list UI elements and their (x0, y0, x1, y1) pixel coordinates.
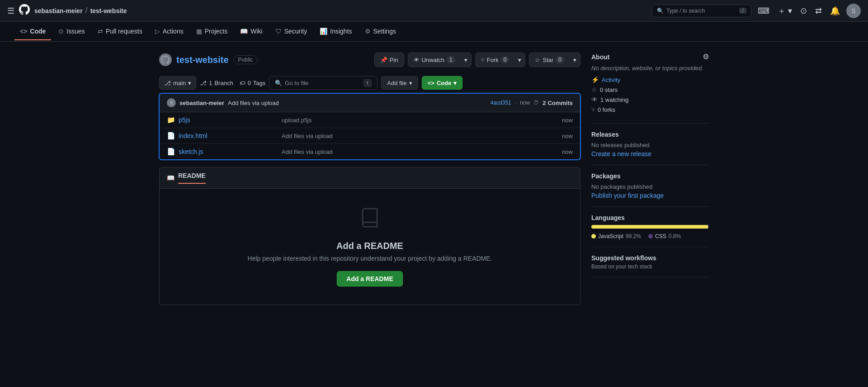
pin-icon: 📌 (380, 57, 387, 63)
fork-button[interactable]: ⑂ Fork 0 (476, 53, 515, 67)
code-icon: <> (20, 28, 27, 35)
tab-pull-requests[interactable]: ⇄ Pull requests (92, 23, 148, 40)
watch-button[interactable]: 👁 Unwatch 1 (408, 53, 461, 67)
tag-icon: 🏷 (240, 80, 245, 86)
code-button[interactable]: <> Code ▾ (422, 76, 463, 90)
global-search[interactable]: 🔍 Type / to search / (652, 5, 751, 17)
file-commit-msg: Add files via upload (282, 148, 558, 155)
pin-group: 📌 Pin (374, 53, 404, 67)
readme-section: 📖 README Add a README Help people intere… (159, 167, 580, 305)
branch-name: main (173, 80, 186, 86)
file-name[interactable]: index.html (179, 132, 278, 139)
breadcrumb-repo[interactable]: test-website (90, 7, 127, 14)
about-section: About ⚙ No description, website, or topi… (591, 53, 709, 124)
suggested-description: Based on your tech stack (591, 263, 709, 270)
breadcrumb-user[interactable]: sebastian-meier (34, 7, 83, 14)
file-row: 📄 sketch.js Add files via upload now (160, 144, 580, 159)
branches-link[interactable]: ⎇ 1 Branch (200, 80, 233, 86)
left-panel: test-website Public 📌 Pin 👁 Unwatch 1 (159, 53, 580, 305)
add-readme-button[interactable]: Add a README (337, 271, 402, 287)
activity-link[interactable]: Activity (602, 76, 620, 83)
terminal-button[interactable]: ⌨ (756, 4, 771, 18)
no-releases-text: No releases published (591, 142, 709, 148)
suggested-workflows-section: Suggested workflows Based on your tech s… (591, 247, 709, 277)
file-icon: 📄 (167, 148, 175, 156)
branch-selector[interactable]: ⎇ main ▾ (159, 76, 196, 90)
add-file-label: Add file (387, 80, 406, 86)
tab-wiki[interactable]: 📖 Wiki (235, 23, 268, 40)
pin-label: Pin (390, 57, 398, 63)
tab-wiki-label: Wiki (250, 28, 262, 35)
tab-settings[interactable]: ⚙ Settings (359, 23, 402, 40)
code-chevron-icon: ▾ (453, 80, 457, 86)
javascript-pct: 99.2% (626, 233, 641, 239)
branches-label: Branch (214, 80, 233, 86)
gear-icon[interactable]: ⚙ (703, 53, 709, 61)
code-label: Code (437, 80, 452, 86)
pull-requests-button[interactable]: ⇄ (813, 4, 824, 18)
releases-title-text: Releases (591, 131, 619, 138)
watch-dropdown[interactable]: ▾ (461, 53, 471, 67)
new-button[interactable]: ＋ ▾ (776, 4, 794, 18)
tags-label: Tags (253, 80, 265, 86)
tab-security-label: Security (284, 28, 307, 35)
tab-security[interactable]: 🛡 Security (270, 23, 313, 40)
tab-projects[interactable]: ▦ Projects (191, 23, 233, 40)
search-shortcut: / (739, 8, 746, 14)
css-lang-item: CSS 0.8% (648, 233, 681, 239)
tab-issues[interactable]: ⊙ Issues (53, 23, 90, 40)
file-name[interactable]: p5js (179, 116, 278, 124)
tab-code[interactable]: <> Code (14, 23, 51, 40)
go-to-file-input[interactable]: 🔍 Go to file t (269, 76, 377, 90)
packages-title: Packages (591, 172, 709, 180)
file-name[interactable]: sketch.js (179, 148, 278, 155)
watching-count: 1 watching (600, 96, 628, 103)
add-file-button[interactable]: Add file ▾ (381, 76, 418, 90)
readme-body: Add a README Help people interested in t… (160, 189, 580, 305)
commit-time-sep: · (515, 100, 516, 106)
readme-add-description: Help people interested in this repositor… (167, 255, 573, 262)
stars-stat: ☆ 0 stars (591, 86, 709, 93)
clock-icon: ⏱ (533, 100, 539, 106)
projects-icon: ▦ (196, 28, 202, 35)
javascript-label: JavaScript (598, 233, 623, 239)
security-icon: 🛡 (275, 28, 282, 35)
file-time: now (562, 148, 573, 155)
settings-icon: ⚙ (365, 28, 371, 35)
pin-button[interactable]: 📌 Pin (375, 53, 404, 67)
file-time: now (562, 117, 573, 124)
tab-insights[interactable]: 📊 Insights (314, 23, 357, 40)
create-release-link[interactable]: Create a new release (591, 150, 651, 158)
star-count: 0 (556, 56, 564, 63)
tags-link[interactable]: 🏷 0 Tags (240, 80, 266, 86)
pr-icon: ⇄ (98, 28, 103, 35)
commits-label: Commits (547, 100, 573, 106)
github-logo[interactable] (19, 4, 30, 18)
issues-button[interactable]: ⊙ (798, 4, 809, 18)
star-dropdown[interactable]: ▾ (570, 53, 580, 67)
languages-title-text: Languages (591, 214, 625, 221)
fork-dropdown[interactable]: ▾ (514, 53, 525, 67)
branch-count-icon: ⎇ (200, 80, 207, 86)
notifications-button[interactable]: 🔔 (828, 4, 842, 18)
user-avatar[interactable]: S (846, 4, 861, 18)
publish-package-link[interactable]: Publish your first package (591, 192, 664, 199)
top-navbar: ☰ sebastian-meier / test-website 🔍 Type … (0, 0, 868, 22)
tags-count: 0 (248, 80, 251, 86)
commits-link[interactable]: 2 Commits (542, 100, 573, 106)
commit-header: S sebastian-meier Add files via upload 4… (160, 94, 580, 112)
hamburger-icon[interactable]: ☰ (7, 6, 14, 16)
repo-title[interactable]: test-website (176, 55, 229, 65)
readme-add-title: Add a README (167, 241, 573, 251)
watch-label: Unwatch (422, 57, 445, 63)
packages-title-text: Packages (591, 172, 621, 180)
tab-actions[interactable]: ▷ Actions (150, 23, 189, 40)
watch-group: 👁 Unwatch 1 ▾ (408, 53, 472, 67)
star-button[interactable]: ☆ Star 0 (529, 53, 570, 67)
file-row: 📄 index.html Add files via upload now (160, 128, 580, 144)
languages-bar (591, 225, 709, 229)
suggested-title: Suggested workflows (591, 254, 709, 262)
commit-hash[interactable]: 4acd351 (491, 100, 511, 106)
commit-author[interactable]: sebastian-meier (179, 100, 224, 106)
stars-count: 0 stars (600, 86, 618, 93)
